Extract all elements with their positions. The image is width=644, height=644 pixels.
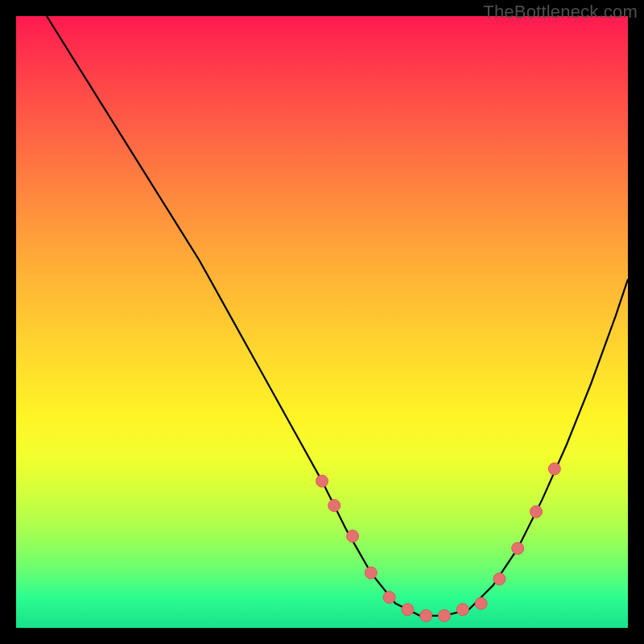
marker-group: [316, 463, 561, 621]
bottleneck-curve: [47, 16, 628, 616]
marker-point: [475, 597, 487, 609]
marker-point: [493, 573, 506, 585]
marker-point: [365, 567, 377, 579]
watermark-text: TheBottleneck.com: [483, 2, 638, 23]
marker-point: [328, 500, 341, 512]
marker-point: [402, 604, 414, 616]
marker-point: [548, 463, 560, 475]
marker-point: [347, 530, 359, 543]
marker-point: [456, 604, 469, 616]
marker-point: [439, 609, 451, 621]
chart-frame: [16, 16, 628, 628]
marker-point: [512, 543, 524, 555]
bottleneck-chart: [16, 16, 628, 628]
marker-point: [420, 609, 432, 621]
marker-point: [530, 506, 543, 518]
marker-point: [383, 592, 395, 604]
marker-point: [316, 475, 328, 487]
